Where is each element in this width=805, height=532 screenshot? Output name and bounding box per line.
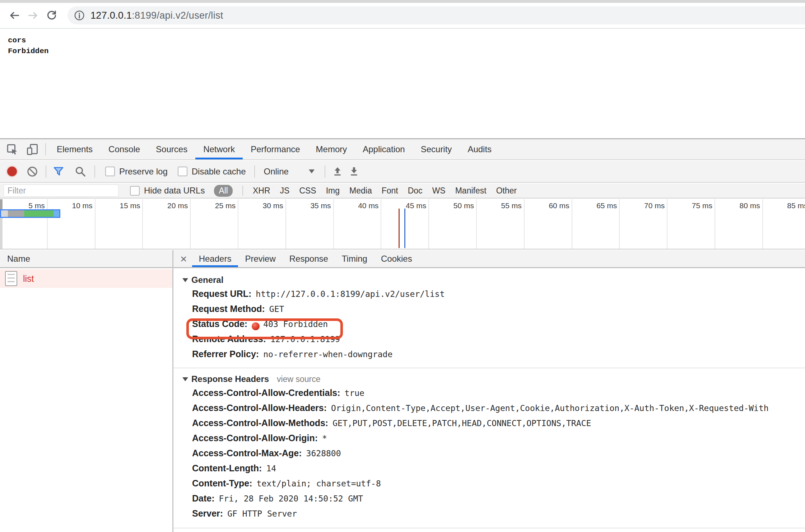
timeline-column: 20 ms — [143, 199, 191, 249]
name-column-header[interactable]: Name — [0, 250, 172, 267]
checkbox-box[interactable] — [105, 167, 115, 176]
devtools-tab[interactable]: Elements — [49, 139, 101, 159]
view-source-link[interactable]: view source — [277, 374, 320, 384]
timeline-tick-label: 70 ms — [620, 199, 667, 210]
funnel-icon — [52, 165, 65, 178]
resource-type-chip[interactable]: XHR — [253, 186, 270, 196]
header-row: Content-Length: 14 — [192, 463, 805, 478]
detail-tab[interactable]: Headers — [192, 250, 238, 267]
browser-toolbar: 127.0.0.1:8199/api.v2/user/list — [0, 3, 805, 29]
header-row: Date: Fri, 28 Feb 2020 14:50:52 GMT — [192, 493, 805, 508]
waterfall-segment-ttfb — [24, 210, 53, 217]
resource-type-chip[interactable]: WS — [432, 186, 446, 196]
response-headers-section-header[interactable]: Response Headers view source — [173, 368, 805, 388]
devtools-tab[interactable]: Memory — [308, 139, 355, 159]
request-name: list — [23, 274, 34, 284]
close-icon[interactable]: × — [180, 253, 187, 265]
url-host: 127.0.0.1 — [90, 10, 132, 21]
resource-type-chip[interactable]: Font — [382, 186, 398, 196]
resource-type-filters: AllXHRJSCSSImgMediaFontDocWSManifestOthe… — [214, 185, 517, 197]
info-icon[interactable] — [73, 9, 85, 22]
devtools-tab[interactable]: Network — [195, 139, 243, 159]
header-row: Access-Control-Allow-Headers: Origin,Con… — [192, 403, 805, 418]
header-name: Server: — [192, 508, 223, 519]
timeline-column: 25 ms — [191, 199, 238, 249]
timeline-column: 75 ms — [667, 199, 715, 249]
preserve-log-checkbox[interactable]: Preserve log — [105, 167, 168, 177]
network-overview-timeline[interactable]: 5 ms10 ms15 ms20 ms25 ms30 ms35 ms40 ms4… — [0, 199, 805, 249]
timeline-column: 30 ms — [238, 199, 286, 249]
waterfall-segment-download — [53, 210, 59, 217]
header-name: Referrer Policy: — [192, 349, 259, 359]
network-toolbar: Preserve log Disable cache Online — [0, 161, 805, 183]
timeline-tick-label: 75 ms — [667, 199, 715, 210]
reload-button[interactable] — [42, 6, 61, 25]
header-value: no-referrer-when-downgrade — [263, 350, 392, 359]
resource-type-chip[interactable]: Doc — [408, 186, 423, 196]
detail-tab[interactable]: Response — [283, 250, 335, 267]
detail-tab[interactable]: Timing — [335, 250, 374, 267]
page-text-line: cors — [8, 35, 805, 46]
resource-type-chip[interactable]: Other — [496, 186, 517, 196]
resource-type-chip[interactable]: JS — [280, 186, 290, 196]
header-value: true — [345, 388, 364, 398]
detail-tab[interactable]: Cookies — [374, 250, 419, 267]
forward-button[interactable] — [24, 6, 42, 25]
checkbox-box[interactable] — [178, 167, 187, 176]
header-value: 127.0.0.1:8199 — [270, 335, 340, 344]
filter-input[interactable] — [4, 185, 118, 197]
timeline-tick-label: 5 ms — [0, 199, 47, 210]
search-button[interactable] — [74, 165, 87, 178]
general-section-header[interactable]: General — [173, 269, 805, 289]
header-value: GET,PUT,POST,DELETE,PATCH,HEAD,CONNECT,O… — [332, 419, 591, 428]
toolbar-separator — [94, 165, 95, 178]
resource-type-chip[interactable]: Img — [326, 186, 340, 196]
page-content: corsForbidden — [0, 29, 805, 138]
header-row: Access-Control-Allow-Credentials: true — [192, 388, 805, 403]
export-har-button[interactable] — [348, 166, 360, 177]
header-row: Remote Address: 127.0.0.1:8199 — [192, 334, 805, 349]
resource-type-chip[interactable]: CSS — [299, 186, 316, 196]
toggle-device-toolbar-button[interactable] — [22, 141, 42, 157]
url-bar[interactable]: 127.0.0.1:8199/api.v2/user/list — [68, 6, 805, 24]
resource-type-chip[interactable]: All — [214, 185, 233, 197]
header-name: Access-Control-Allow-Methods: — [192, 418, 328, 428]
timeline-tick-label: 40 ms — [334, 199, 381, 210]
header-row: Access-Control-Allow-Methods: GET,PUT,PO… — [192, 418, 805, 433]
disable-cache-checkbox[interactable]: Disable cache — [178, 167, 246, 177]
timeline-column: 40 ms — [334, 199, 382, 249]
devtools-tab[interactable]: Performance — [243, 139, 308, 159]
record-button[interactable] — [7, 167, 17, 176]
checkbox-box[interactable] — [130, 186, 140, 196]
timeline-left-artifact — [0, 199, 3, 249]
filter-toggle-button[interactable] — [52, 165, 65, 178]
waterfall-segment-queueing — [1, 210, 8, 217]
header-name: Content-Length: — [192, 463, 262, 473]
import-har-button[interactable] — [332, 166, 343, 177]
panel-split-divider[interactable] — [172, 250, 173, 532]
inspect-element-button[interactable] — [2, 141, 22, 157]
network-table-header: Name × HeadersPreviewResponseTimingCooki… — [0, 250, 805, 268]
header-row: Access-Control-Max-Age: 3628800 — [192, 448, 805, 463]
throttling-dropdown[interactable]: Online — [264, 167, 314, 177]
clear-button[interactable] — [26, 165, 38, 178]
header-value: GET — [269, 304, 284, 314]
resource-type-chip[interactable]: Media — [349, 186, 372, 196]
detail-tab[interactable]: Preview — [238, 250, 282, 267]
back-button[interactable] — [5, 6, 24, 25]
devtools-tab[interactable]: Sources — [148, 139, 195, 159]
header-row: Access-Control-Allow-Origin: * — [192, 433, 805, 448]
request-row-list[interactable]: list — [0, 269, 172, 288]
header-row: Referrer Policy: no-referrer-when-downgr… — [192, 349, 805, 364]
resource-type-chip[interactable]: Manifest — [455, 186, 487, 196]
devtools-tab[interactable]: Security — [413, 139, 460, 159]
timeline-tick-label: 85 ms — [763, 199, 805, 210]
timeline-tick-label: 50 ms — [429, 199, 476, 210]
devtools-tab[interactable]: Audits — [460, 139, 499, 159]
hide-data-urls-checkbox[interactable]: Hide data URLs — [130, 186, 205, 196]
header-row: Server: GF HTTP Server — [192, 508, 805, 523]
devtools-tab[interactable]: Console — [101, 139, 148, 159]
devtools-tab[interactable]: Application — [355, 139, 413, 159]
waterfall-segment-waiting — [8, 210, 24, 217]
window-top-edge — [0, 0, 805, 3]
